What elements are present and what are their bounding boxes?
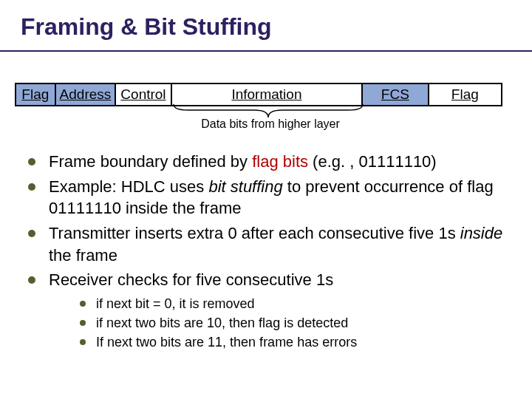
slide-title: Framing & Bit Stuffing bbox=[0, 0, 532, 44]
b3-inside: inside bbox=[460, 224, 502, 242]
bullet-icon bbox=[28, 276, 35, 284]
field-flag-left: Flag bbox=[16, 84, 56, 105]
sub-bullet-2: if next two bits are 10, then flag is de… bbox=[80, 313, 510, 332]
field-information: Information bbox=[172, 84, 363, 105]
b2-pre: Example: HDLC uses bbox=[49, 177, 208, 196]
title-underline bbox=[0, 50, 532, 52]
bullet-1: Frame boundary defined by flag bits (e.g… bbox=[28, 151, 510, 173]
brace-icon bbox=[173, 104, 364, 119]
b3-pre: Transmitter inserts extra 0 after each c… bbox=[49, 224, 460, 242]
bullet-2: Example: HDLC uses bit stuffing to preve… bbox=[28, 176, 510, 219]
field-address: Address bbox=[56, 84, 117, 105]
bullet-icon bbox=[28, 183, 35, 191]
field-control: Control bbox=[116, 84, 172, 105]
field-fcs: FCS bbox=[363, 84, 429, 105]
bullet-list: Frame boundary defined by flag bits (e.g… bbox=[28, 151, 510, 352]
bullet-3: Transmitter inserts extra 0 after each c… bbox=[28, 222, 510, 266]
b4-text: Receiver checks for five consecutive 1s bbox=[49, 269, 510, 291]
bullet-icon bbox=[80, 301, 86, 307]
s2-text: if next two bits are 10, then flag is de… bbox=[96, 313, 510, 332]
bullet-icon bbox=[80, 339, 86, 345]
sub-bullet-1: if next bit = 0, it is removed bbox=[80, 294, 510, 313]
field-flag-right: Flag bbox=[429, 84, 501, 105]
s3-text: If next two bits are 11, then frame has … bbox=[96, 332, 510, 352]
b1-post: (e.g. , 01111110) bbox=[308, 152, 437, 171]
bullet-icon bbox=[80, 320, 86, 326]
b3-post: the frame bbox=[49, 246, 117, 265]
b2-bitstuffing: bit stuffing bbox=[208, 177, 282, 196]
sub-bullet-3: If next two bits are 11, then frame has … bbox=[80, 332, 510, 352]
sub-bullet-list: if next bit = 0, it is removed if next t… bbox=[80, 294, 510, 352]
bullet-4: Receiver checks for five consecutive 1s bbox=[28, 269, 510, 291]
s1-text: if next bit = 0, it is removed bbox=[96, 294, 510, 313]
bullet-icon bbox=[28, 158, 35, 166]
b1-pre: Frame boundary defined by bbox=[49, 152, 252, 171]
brace-label: Data bits from higher layer bbox=[174, 117, 366, 131]
frame-diagram: Flag Address Control Information FCS Fla… bbox=[15, 83, 502, 106]
frame-row: Flag Address Control Information FCS Fla… bbox=[15, 83, 502, 106]
bullet-icon bbox=[28, 230, 35, 237]
b1-flagbits: flag bits bbox=[252, 152, 308, 171]
